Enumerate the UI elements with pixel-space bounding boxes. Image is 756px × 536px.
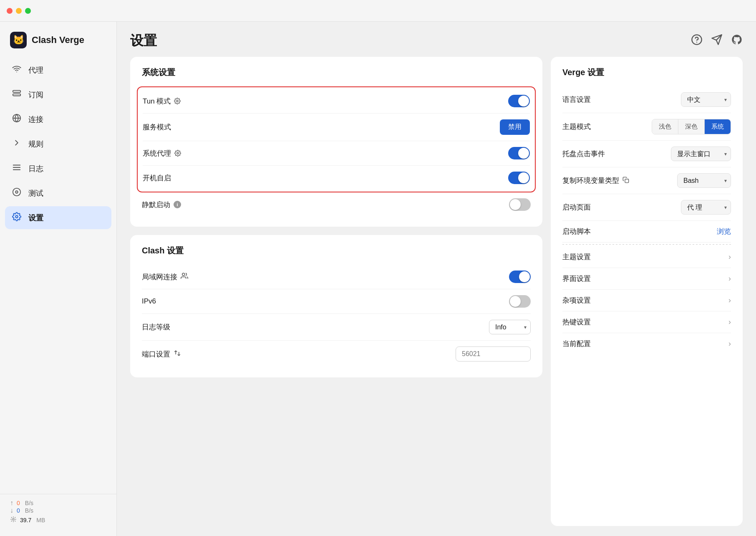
port-settings-input[interactable] [456,346,531,362]
port-settings-label: 端口设置 [142,349,181,359]
app-logo-icon: 🐱 [10,32,27,48]
system-proxy-row: 系统代理 [143,141,530,166]
ipv6-label: IPv6 [142,297,156,306]
system-proxy-gear-icon[interactable] [174,150,181,157]
hotkey-settings-row[interactable]: 热键设置 › [562,311,731,333]
sidebar-item-settings-label: 设置 [28,213,43,223]
log-level-select-wrapper: Trace Debug Info Warn Error ▾ [489,320,531,334]
current-config-label: 当前配置 [562,339,591,349]
sidebar-item-test[interactable]: 测试 [5,182,111,205]
silent-start-label: 静默启动 i [142,200,181,210]
subscriptions-icon [12,89,22,100]
silent-start-row: 静默启动 i [142,192,531,217]
start-page-label: 启动页面 [562,202,591,212]
ipv6-toggle[interactable] [509,295,531,308]
test-icon [12,187,22,199]
globe-icon [12,114,22,125]
language-label: 语言设置 [562,95,591,104]
env-var-type-row: 复制环境变量类型 Bash PowerShell CMD ▾ [562,167,731,194]
svg-rect-1 [13,91,20,93]
env-var-type-label: 复制环境变量类型 [562,176,629,185]
download-unit: B/s [25,507,33,514]
system-proxy-toggle[interactable] [508,147,530,159]
settings-left: 系统设置 Tun 模式 [130,57,542,526]
svg-point-10 [15,215,18,218]
traffic-light-minimize[interactable] [16,8,22,14]
language-select[interactable]: 中文 English [681,92,731,107]
sidebar-item-connections[interactable]: 连接 [5,108,111,131]
env-var-type-select-wrapper: Bash PowerShell CMD ▾ [677,173,731,188]
auto-start-label: 开机自启 [143,173,171,183]
current-config-row[interactable]: 当前配置 › [562,333,731,354]
lan-connection-label: 局域网连接 [142,272,188,282]
tray-click-label: 托盘点击事件 [562,149,605,159]
system-proxy-label: 系统代理 [143,149,181,158]
lan-connection-icon [181,272,188,281]
sidebar-item-logs-label: 日志 [28,164,43,174]
copy-icon [622,177,629,185]
main-content: 设置 [117,22,756,536]
interface-settings-row[interactable]: 界面设置 › [562,268,731,290]
service-mode-disable-button[interactable]: 禁用 [500,119,530,135]
page-title: 设置 [130,32,157,50]
startup-script-row: 启动脚本 浏览 [562,221,731,243]
theme-dark-button[interactable]: 深色 [678,119,705,134]
github-icon[interactable] [731,34,743,48]
sidebar-item-proxy[interactable]: 代理 [5,58,111,81]
traffic-light-close[interactable] [7,8,13,14]
silent-start-toggle[interactable] [509,198,531,211]
sidebar-item-logs[interactable]: 日志 [5,157,111,180]
rules-icon [12,138,22,149]
auto-start-toggle[interactable] [508,172,530,184]
memory-icon [10,516,17,524]
sidebar-item-proxy-label: 代理 [28,65,43,75]
service-mode-row: 服务模式 禁用 [143,114,530,141]
theme-system-button[interactable]: 系统 [705,119,731,134]
lan-connection-row: 局域网连接 [142,265,531,289]
tun-mode-gear-icon[interactable] [174,98,181,104]
theme-light-button[interactable]: 浅色 [652,119,678,134]
svg-point-18 [182,273,185,276]
system-settings-title: 系统设置 [142,67,531,78]
tray-click-select[interactable]: 显示主窗口 切换代理模式 [671,147,731,161]
theme-settings-row[interactable]: 主题设置 › [562,246,731,268]
hotkey-settings-arrow-icon: › [728,318,731,326]
traffic-lights [7,8,31,14]
sidebar-logo: 🐱 Clash Verge [0,28,116,58]
download-value: 0 [17,507,20,514]
silent-start-info-icon[interactable]: i [174,201,181,208]
svg-rect-19 [625,179,629,183]
log-level-select[interactable]: Trace Debug Info Warn Error [489,320,531,334]
ipv6-row: IPv6 [142,289,531,314]
lan-connection-toggle[interactable] [509,271,531,283]
interface-settings-arrow-icon: › [728,274,731,283]
divider [562,244,731,245]
tun-mode-toggle[interactable] [508,95,530,107]
tray-click-row: 托盘点击事件 显示主窗口 切换代理模式 ▾ [562,141,731,167]
startup-script-browse-link[interactable]: 浏览 [717,227,731,236]
memory-unit: MB [36,517,45,523]
svg-point-8 [13,188,20,196]
theme-mode-row: 主题模式 浅色 深色 系统 [562,113,731,141]
sidebar-item-rules[interactable]: 规则 [5,132,111,155]
misc-settings-row[interactable]: 杂项设置 › [562,290,731,311]
header-actions [691,34,743,48]
logs-icon [12,163,22,174]
sidebar-item-settings[interactable]: 设置 [5,206,111,229]
traffic-light-maximize[interactable] [25,8,31,14]
tun-mode-row: Tun 模式 [143,89,530,114]
svg-point-9 [15,191,18,193]
start-page-select[interactable]: 代 理 订阅 连接 规则 日志 测试 设置 [681,200,731,215]
upload-arrow-icon: ↑ [10,499,13,507]
current-config-arrow-icon: › [728,339,731,348]
sidebar-item-subscriptions[interactable]: 订阅 [5,83,111,106]
verge-settings-title: Verge 设置 [562,67,731,78]
svg-point-11 [13,518,14,520]
sidebar: 🐱 Clash Verge 代理 订阅 [0,22,117,536]
upload-stat-row: ↑ 0 B/s [10,499,106,507]
verge-settings-panel: Verge 设置 语言设置 中文 English ▾ 主题模式 [551,57,743,526]
send-icon[interactable] [711,34,723,48]
language-row: 语言设置 中文 English ▾ [562,86,731,113]
help-icon[interactable] [691,34,703,48]
env-var-type-select[interactable]: Bash PowerShell CMD [677,173,731,188]
